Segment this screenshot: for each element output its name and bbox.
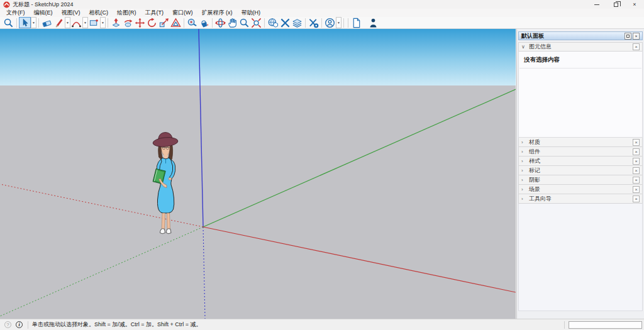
menu-tools[interactable]: 工具(T)	[141, 9, 169, 17]
section-instructor-header[interactable]: › 工具向导 ×	[518, 194, 643, 204]
rectangle-tool-dropdown[interactable]: ▼	[100, 17, 106, 28]
status-bar: ? i 单击或拖动以选择对象。Shift = 加/减。Ctrl = 加。Shif…	[0, 319, 644, 330]
menu-edit[interactable]: 编辑(E)	[30, 9, 57, 17]
section-styles-header[interactable]: › 样式 ×	[518, 157, 643, 166]
section-entity-info-header[interactable]: ∨ 图元信息 ×	[518, 42, 643, 52]
scale-icon	[158, 18, 169, 28]
section-instructor-close[interactable]: ×	[633, 195, 640, 202]
paint-bucket-tool-button[interactable]	[198, 17, 210, 28]
tape-measure-icon	[187, 18, 197, 28]
new-model-button[interactable]	[350, 17, 362, 28]
extension-manager-button[interactable]	[308, 17, 319, 28]
toolbar-separator	[212, 18, 213, 28]
extension-warehouse-button[interactable]	[279, 17, 291, 28]
follow-me-icon	[123, 18, 133, 28]
search-icon	[3, 18, 14, 28]
section-shadows-close[interactable]: ×	[633, 177, 640, 184]
new-file-icon	[351, 18, 362, 28]
divider	[519, 68, 641, 69]
geolocation-help-icon[interactable]: ?	[4, 321, 11, 328]
zoom-extents-tool-button[interactable]	[250, 17, 262, 28]
menu-view[interactable]: 视图(V)	[57, 9, 85, 17]
section-materials-close[interactable]: ×	[633, 139, 640, 146]
section-components-close[interactable]: ×	[633, 148, 640, 155]
person-figure-icon	[368, 18, 379, 28]
section-instructor-label: 工具向导	[529, 195, 552, 203]
line-tool-dropdown[interactable]: ▼	[65, 17, 70, 28]
chevron-right-icon: ›	[521, 177, 526, 183]
tray-empty-area	[518, 204, 643, 311]
rotate-tool-button[interactable]	[146, 17, 158, 28]
section-scenes-close[interactable]: ×	[633, 186, 640, 193]
arc-icon	[71, 18, 82, 28]
pan-hand-icon	[227, 18, 238, 28]
minimize-button[interactable]	[587, 0, 606, 9]
dropdown-arrow-icon: ▼	[32, 21, 35, 25]
menu-file[interactable]: 文件(F)	[2, 9, 30, 17]
send-to-layout-button[interactable]	[291, 17, 303, 28]
select-arrow-icon	[20, 18, 30, 28]
person-figure-button[interactable]	[367, 17, 379, 28]
section-scenes-label: 场景	[529, 185, 540, 194]
left-shoe	[160, 229, 165, 234]
arc-tool-button[interactable]	[70, 17, 82, 28]
zoom-extents-icon	[251, 18, 262, 28]
menu-bar: 文件(F) 编辑(E) 视图(V) 相机(C) 绘图(R) 工具(T) 窗口(W…	[0, 9, 644, 17]
arc-tool-dropdown[interactable]: ▼	[82, 17, 88, 28]
select-tool-button[interactable]	[19, 17, 31, 28]
info-icon[interactable]: i	[16, 321, 23, 328]
offset-tool-button[interactable]	[170, 17, 182, 28]
push-pull-icon	[111, 18, 121, 28]
extension-manager-icon	[308, 18, 319, 28]
tray-options-button[interactable]	[625, 33, 631, 40]
menu-camera[interactable]: 相机(C)	[85, 9, 113, 17]
account-person-circle-icon	[325, 18, 335, 28]
menu-extensions[interactable]: 扩展程序 (x)	[197, 9, 237, 17]
select-tool-dropdown[interactable]: ▼	[31, 17, 36, 28]
tray-close-button[interactable]: ×	[633, 33, 640, 40]
push-pull-tool-button[interactable]	[110, 17, 122, 28]
eraser-tool-button[interactable]	[41, 17, 53, 28]
3d-warehouse-button[interactable]	[267, 17, 279, 28]
close-button[interactable]: ×	[625, 0, 644, 9]
search-tool-button[interactable]	[3, 17, 14, 28]
rectangle-tool-button[interactable]	[88, 17, 100, 28]
ground	[0, 85, 516, 319]
dropdown-arrow-icon: ▼	[337, 21, 340, 25]
model-viewport[interactable]	[0, 29, 516, 319]
follow-me-tool-button[interactable]	[122, 17, 134, 28]
account-button[interactable]	[324, 17, 336, 28]
orbit-tool-button[interactable]	[214, 17, 226, 28]
section-scenes-header[interactable]: › 场景 ×	[518, 185, 643, 194]
section-tags-close[interactable]: ×	[633, 167, 640, 174]
section-tags-header[interactable]: › 标记 ×	[518, 166, 643, 175]
move-tool-button[interactable]	[134, 17, 146, 28]
section-styles-close[interactable]: ×	[633, 158, 640, 165]
right-shoe	[167, 229, 172, 234]
paint-bucket-icon	[199, 18, 209, 28]
left-leg	[162, 213, 165, 229]
offset-icon	[170, 18, 181, 28]
section-components-header[interactable]: › 组件 ×	[518, 147, 643, 157]
menu-window[interactable]: 窗口(W)	[168, 9, 197, 17]
section-materials-header[interactable]: › 材质 ×	[518, 138, 643, 147]
right-leg	[167, 213, 170, 229]
tape-measure-tool-button[interactable]	[186, 17, 198, 28]
account-dropdown[interactable]: ▼	[336, 17, 341, 28]
getting-started-toolbar: ▼ ▼ ▼ ▼	[0, 17, 644, 29]
line-tool-button[interactable]	[53, 17, 65, 28]
section-entity-info-close[interactable]: ×	[633, 43, 640, 50]
tray-options-icon	[626, 35, 630, 38]
chevron-right-icon: ›	[521, 158, 526, 164]
section-tags-label: 标记	[529, 167, 540, 175]
zoom-tool-button[interactable]	[238, 17, 250, 28]
measurement-input[interactable]	[569, 321, 642, 329]
scale-tool-button[interactable]	[158, 17, 170, 28]
menu-draw[interactable]: 绘图(R)	[113, 9, 141, 17]
section-shadows-header[interactable]: › 阴影 ×	[518, 175, 643, 185]
menu-help[interactable]: 帮助(H)	[237, 9, 265, 17]
pan-tool-button[interactable]	[226, 17, 238, 28]
neck	[164, 153, 168, 158]
toolbar-separator	[321, 18, 322, 28]
restore-button[interactable]	[606, 0, 625, 9]
